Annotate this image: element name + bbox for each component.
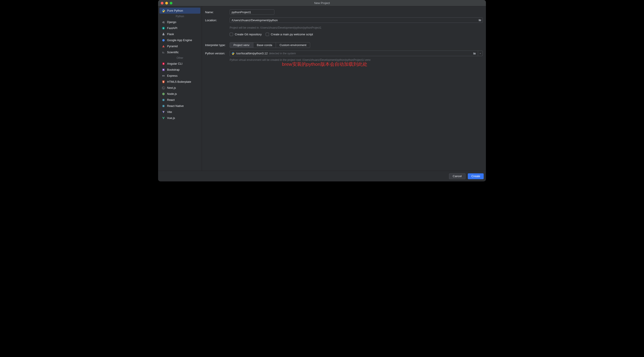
sidebar-item-angular[interactable]: Angular CLI bbox=[160, 60, 200, 67]
vite-icon bbox=[162, 110, 165, 114]
mainpy-checkbox-item[interactable]: Create a main.py welcome script bbox=[266, 33, 313, 36]
pyramid-icon bbox=[162, 44, 165, 48]
name-row: Name: bbox=[205, 10, 483, 15]
react-icon bbox=[162, 98, 165, 102]
express-icon: ex bbox=[162, 74, 165, 78]
python-icon bbox=[162, 9, 165, 12]
vuejs-icon bbox=[162, 116, 165, 120]
project-type-sidebar: Pure Python Python dj Django FastAPI Fla… bbox=[158, 6, 202, 171]
location-label: Location: bbox=[205, 18, 230, 22]
sidebar-item-label: Vue.js bbox=[167, 116, 175, 120]
create-button[interactable]: Create bbox=[468, 173, 484, 179]
sidebar-item-label: Angular CLI bbox=[167, 62, 182, 65]
sidebar-item-label: React Native bbox=[167, 104, 184, 108]
new-project-dialog: New Project Pure Python Python dj Django… bbox=[158, 0, 486, 182]
seg-custom-env[interactable]: Custom environment bbox=[276, 42, 310, 48]
react-native-icon bbox=[162, 104, 165, 108]
sidebar-item-bootstrap[interactable]: Bootstrap bbox=[160, 67, 200, 73]
sidebar-item-scientific[interactable]: Scientific bbox=[160, 49, 200, 55]
sidebar-item-html5[interactable]: HTML5 Boilerplate bbox=[160, 79, 200, 85]
python-version-row: Python version: /usr/local/bin/python3.1… bbox=[205, 50, 483, 56]
sidebar-header-python: Python bbox=[158, 14, 202, 19]
sidebar-item-label: Bootstrap bbox=[167, 68, 180, 71]
angular-icon bbox=[162, 62, 165, 66]
sidebar-item-nodejs[interactable]: Node.js bbox=[160, 91, 200, 97]
sidebar-item-label: Vite bbox=[167, 110, 172, 114]
sidebar-item-gae[interactable]: Google App Engine bbox=[160, 37, 200, 43]
sidebar-item-flask[interactable]: Flask bbox=[160, 31, 200, 37]
git-checkbox-label: Create Git repository bbox=[235, 33, 262, 36]
git-checkbox-item[interactable]: Create Git repository bbox=[230, 33, 262, 36]
svg-point-1 bbox=[162, 39, 165, 42]
dialog-footer: Cancel Create bbox=[158, 171, 486, 182]
sidebar-item-label: Express bbox=[167, 74, 178, 78]
sidebar-item-vuejs[interactable]: Vue.js bbox=[160, 115, 200, 121]
flask-icon bbox=[162, 32, 165, 36]
cancel-button[interactable]: Cancel bbox=[449, 173, 466, 179]
path-hint: Project will be created in: /Users/zhuan… bbox=[230, 26, 321, 29]
html5-icon bbox=[162, 80, 165, 84]
version-detected-hint: detected in the system bbox=[269, 52, 296, 55]
location-row: Location: bbox=[205, 18, 483, 23]
titlebar: New Project bbox=[158, 0, 486, 6]
git-checkbox[interactable] bbox=[230, 33, 233, 36]
svg-point-4 bbox=[163, 100, 164, 100]
python-version-dropdown[interactable] bbox=[478, 50, 483, 56]
sidebar-item-label: Django bbox=[167, 20, 176, 24]
python-icon bbox=[231, 52, 235, 55]
interpreter-type-segmented: Project venv Base conda Custom environme… bbox=[230, 42, 310, 48]
sidebar-item-fastapi[interactable]: FastAPI bbox=[160, 25, 200, 31]
name-label: Name: bbox=[205, 10, 230, 14]
sidebar-item-label: React bbox=[167, 98, 175, 102]
nodejs-icon bbox=[162, 92, 165, 96]
annotation-text: brew安装的python版本会自动加载到此处 bbox=[282, 61, 483, 67]
sidebar-item-pure-python[interactable]: Pure Python bbox=[160, 8, 200, 14]
sidebar-item-label: Google App Engine bbox=[167, 38, 192, 42]
version-label: Python version: bbox=[205, 52, 230, 55]
gae-icon bbox=[162, 38, 165, 42]
sidebar-item-pyramid[interactable]: Pyramid bbox=[160, 43, 200, 49]
seg-project-venv[interactable]: Project venv bbox=[230, 42, 253, 48]
sidebar-item-vite[interactable]: Vite bbox=[160, 109, 200, 115]
svg-point-8 bbox=[163, 106, 164, 106]
sidebar-item-react[interactable]: React bbox=[160, 97, 200, 103]
svg-point-3 bbox=[162, 86, 165, 89]
name-input[interactable] bbox=[230, 10, 274, 15]
browse-python-button[interactable] bbox=[472, 52, 476, 56]
sidebar-item-react-native[interactable]: React Native bbox=[160, 103, 200, 109]
scientific-icon bbox=[162, 50, 165, 54]
python-version-field[interactable]: /usr/local/bin/python3.12 detected in th… bbox=[230, 50, 478, 56]
dialog-body: Pure Python Python dj Django FastAPI Fla… bbox=[158, 6, 486, 171]
bootstrap-icon bbox=[162, 68, 165, 72]
path-hint-row: Project will be created in: /Users/zhuan… bbox=[230, 26, 483, 30]
sidebar-item-label: FastAPI bbox=[167, 26, 177, 30]
sidebar-item-django[interactable]: dj Django bbox=[160, 19, 200, 25]
sidebar-item-label: Pure Python bbox=[167, 9, 183, 12]
mainpy-checkbox[interactable] bbox=[266, 33, 269, 36]
checkbox-row: Create Git repository Create a main.py w… bbox=[230, 33, 483, 36]
sidebar-item-label: Flask bbox=[167, 32, 174, 36]
main-panel: Name: Location: Project will be created … bbox=[202, 6, 486, 171]
fastapi-icon bbox=[162, 26, 165, 30]
seg-base-conda[interactable]: Base conda bbox=[253, 42, 276, 48]
sidebar-header-other: Other bbox=[158, 55, 202, 60]
location-input[interactable] bbox=[230, 18, 483, 23]
sidebar-item-label: Pyramid bbox=[167, 44, 178, 48]
interpreter-row: Interpreter type: Project venv Base cond… bbox=[205, 42, 483, 48]
sidebar-item-nextjs[interactable]: Next.js bbox=[160, 85, 200, 91]
django-icon: dj bbox=[162, 20, 165, 24]
window-title: New Project bbox=[158, 1, 486, 5]
interpreter-label: Interpreter type: bbox=[205, 44, 230, 47]
version-path: /usr/local/bin/python3.12 bbox=[236, 52, 268, 55]
sidebar-item-express[interactable]: ex Express bbox=[160, 73, 200, 79]
sidebar-item-label: Next.js bbox=[167, 86, 176, 90]
sidebar-item-label: HTML5 Boilerplate bbox=[167, 80, 191, 84]
nextjs-icon bbox=[162, 86, 165, 90]
sidebar-item-label: Scientific bbox=[167, 50, 179, 54]
sidebar-item-label: Node.js bbox=[167, 92, 177, 96]
mainpy-checkbox-label: Create a main.py welcome script bbox=[271, 33, 313, 36]
browse-location-button[interactable] bbox=[478, 18, 482, 22]
